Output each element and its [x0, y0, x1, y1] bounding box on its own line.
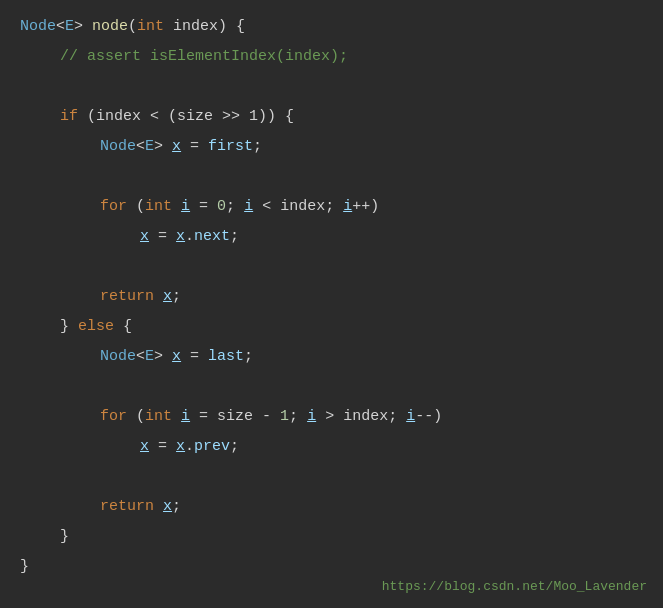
token: =: [149, 438, 176, 455]
token: return: [100, 498, 154, 515]
token: i: [406, 408, 415, 425]
token: E: [145, 138, 154, 155]
token: (index < (size >> 1)) {: [78, 108, 294, 125]
token: return: [100, 288, 154, 305]
token: }: [60, 528, 69, 545]
token: i: [181, 198, 190, 215]
code-line-11: x = x.prev;: [0, 436, 663, 466]
token: int: [145, 408, 172, 425]
code-line-blank1: [0, 76, 663, 106]
code-line-9: Node<E> x = last;: [0, 346, 663, 376]
token: (: [127, 198, 145, 215]
token: ++): [352, 198, 379, 215]
token: =: [181, 138, 208, 155]
code-line-blank4: [0, 376, 663, 406]
code-line-blank5: [0, 466, 663, 496]
code-line-13: }: [0, 526, 663, 556]
token: first: [208, 138, 253, 155]
token: Node: [100, 348, 136, 365]
token: =: [149, 228, 176, 245]
code-line-1: Node<E> node(int index) {: [0, 16, 663, 46]
token: ;: [230, 438, 239, 455]
token: for: [100, 198, 127, 215]
token: int: [145, 198, 172, 215]
token: ;: [226, 198, 244, 215]
token: int: [137, 18, 164, 35]
token: 0: [217, 198, 226, 215]
code-line-7: return x;: [0, 286, 663, 316]
token: x: [176, 438, 185, 455]
token: (: [127, 408, 145, 425]
token: x: [176, 228, 185, 245]
token: prev: [194, 438, 230, 455]
token: E: [65, 18, 74, 35]
code-line-4: Node<E> x = first;: [0, 136, 663, 166]
token: i: [307, 408, 316, 425]
token: ;: [172, 498, 181, 515]
token: x: [163, 288, 172, 305]
token: = size -: [190, 408, 280, 425]
token: last: [208, 348, 244, 365]
code-line-blank3: [0, 256, 663, 286]
token: next: [194, 228, 230, 245]
token: index) {: [164, 18, 245, 35]
token: for: [100, 408, 127, 425]
token: ;: [253, 138, 262, 155]
token: Node: [100, 138, 136, 155]
token: x: [163, 498, 172, 515]
token: =: [190, 198, 217, 215]
token: <: [136, 138, 145, 155]
token: < index;: [253, 198, 343, 215]
token: [172, 198, 181, 215]
token: >: [154, 138, 172, 155]
code-line-3: if (index < (size >> 1)) {: [0, 106, 663, 136]
token: (: [128, 18, 137, 35]
token: ;: [289, 408, 307, 425]
token: E: [145, 348, 154, 365]
code-line-5: for (int i = 0; i < index; i++): [0, 196, 663, 226]
token: i: [181, 408, 190, 425]
code-line-12: return x;: [0, 496, 663, 526]
token: > index;: [316, 408, 406, 425]
token: --): [415, 408, 442, 425]
token: x: [172, 138, 181, 155]
code-line-10: for (int i = size - 1; i > index; i--): [0, 406, 663, 436]
token: ;: [244, 348, 253, 365]
token: <: [56, 18, 65, 35]
token: }: [60, 318, 78, 335]
token: node: [92, 18, 128, 35]
token: }: [20, 558, 29, 575]
code-line-8: } else {: [0, 316, 663, 346]
token: [154, 288, 163, 305]
token: [172, 408, 181, 425]
token: [154, 498, 163, 515]
token: 1: [280, 408, 289, 425]
token: =: [181, 348, 208, 365]
token: x: [140, 438, 149, 455]
code-editor: Node<E> node(int index) { // assert isEl…: [0, 0, 663, 608]
token: i: [244, 198, 253, 215]
token: <: [136, 348, 145, 365]
token: i: [343, 198, 352, 215]
code-line-6: x = x.next;: [0, 226, 663, 256]
token: >: [74, 18, 92, 35]
code-line-2: // assert isElementIndex(index);: [0, 46, 663, 76]
token: Node: [20, 18, 56, 35]
token: >: [154, 348, 172, 365]
token: .: [185, 228, 194, 245]
token: x: [140, 228, 149, 245]
token: if: [60, 108, 78, 125]
code-line-blank2: [0, 166, 663, 196]
watermark: https://blog.csdn.net/Moo_Lavender: [382, 579, 647, 594]
token: ;: [230, 228, 239, 245]
token: else: [78, 318, 114, 335]
token: {: [114, 318, 132, 335]
token: .: [185, 438, 194, 455]
token: ;: [172, 288, 181, 305]
token: // assert isElementIndex(index);: [60, 48, 348, 65]
token: x: [172, 348, 181, 365]
